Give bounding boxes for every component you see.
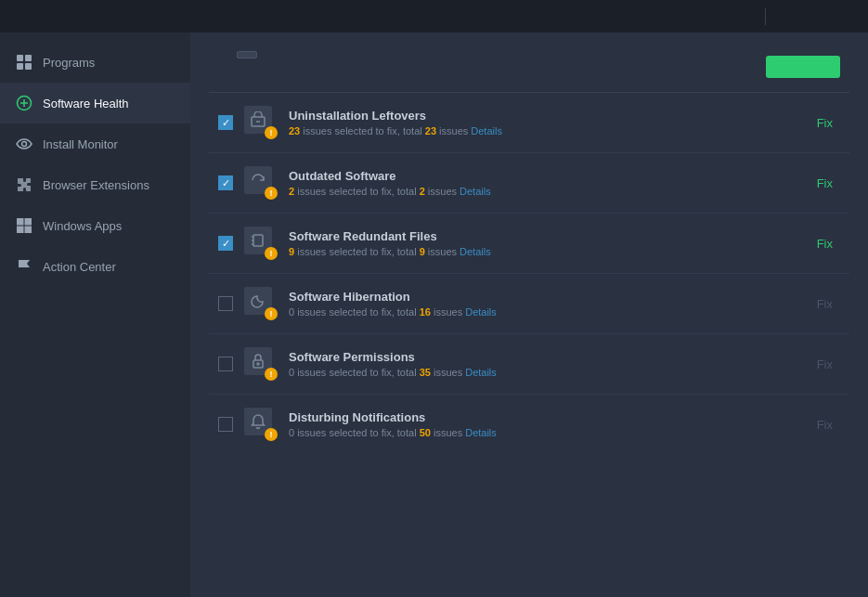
svg-rect-2 [17, 63, 23, 70]
issue-desc: 2 issues selected to fix, total 2 issues… [289, 186, 798, 197]
header-left [218, 51, 257, 64]
header-title [218, 51, 257, 58]
svg-rect-11 [25, 227, 32, 234]
svg-rect-14 [253, 235, 263, 246]
sidebar-item-label: Programs [43, 56, 95, 70]
svg-rect-0 [17, 55, 23, 61]
issue-icon-outdated-software: ! [244, 166, 278, 200]
fix-button-software-permissions: Fix [810, 354, 840, 375]
windows-icon [15, 216, 33, 235]
issues-list: ! Uninstallation Leftovers 23 issues sel… [190, 93, 868, 597]
fix-button-software-redundant-files[interactable]: Fix [810, 233, 840, 254]
issue-name: Software Hibernation [289, 290, 798, 304]
issue-icon-disturbing-notifications: ! [244, 408, 278, 441]
issue-name: Uninstallation Leftovers [289, 109, 798, 123]
titlebar-separator [765, 8, 766, 25]
svg-rect-15 [253, 360, 263, 368]
titlebar-controls [732, 6, 859, 27]
svg-rect-3 [25, 63, 32, 70]
sidebar-item-label: Browser Extensions [43, 178, 149, 192]
svg-rect-8 [17, 218, 24, 226]
issue-item-uninstallation-leftovers: ! Uninstallation Leftovers 23 issues sel… [209, 93, 849, 153]
issue-content-software-hibernation: Software Hibernation 0 issues selected t… [289, 290, 798, 318]
issue-item-outdated-software: ! Outdated Software 2 issues selected to… [209, 153, 849, 214]
issue-checkbox-software-hibernation[interactable] [218, 296, 233, 311]
sidebar-item-install-monitor[interactable]: Install Monitor [0, 123, 190, 164]
issue-item-software-permissions: ! Software Permissions 0 issues selected… [209, 334, 849, 395]
issue-checkbox-software-permissions[interactable] [218, 357, 233, 371]
details-link[interactable]: Details [465, 367, 497, 378]
issue-icon-software-permissions: ! [244, 347, 278, 381]
issue-checkbox-outdated-software[interactable] [218, 175, 233, 190]
issue-desc: 0 issues selected to fix, total 50 issue… [289, 427, 798, 438]
issue-content-software-permissions: Software Permissions 0 issues selected t… [289, 350, 798, 378]
issue-content-software-redundant-files: Software Redundant Files 9 issues select… [289, 229, 798, 257]
plus-circle-icon [15, 94, 33, 112]
issue-item-software-hibernation: ! Software Hibernation 0 issues selected… [209, 274, 849, 334]
details-link[interactable]: Details [460, 186, 491, 197]
issue-checkbox-disturbing-notifications[interactable] [218, 417, 233, 432]
titlebar [0, 0, 868, 32]
issue-icon-uninstallation-leftovers: ! [244, 106, 278, 139]
sidebar: Programs Software Health Install Monitor… [0, 32, 190, 597]
svg-rect-10 [17, 227, 24, 234]
sidebar-item-software-health[interactable]: Software Health [0, 83, 190, 123]
svg-rect-9 [25, 218, 32, 226]
sidebar-item-browser-extensions[interactable]: Browser Extensions [0, 164, 190, 205]
issue-icon-software-hibernation: ! [244, 287, 278, 320]
content-header [190, 32, 868, 92]
details-link[interactable]: Details [471, 125, 502, 136]
details-link[interactable]: Details [465, 306, 497, 318]
sidebar-item-label: Install Monitor [43, 137, 118, 151]
issue-name: Outdated Software [289, 169, 798, 183]
sidebar-item-programs[interactable]: Programs [0, 42, 190, 83]
issue-badge: ! [265, 126, 278, 139]
issue-name: Disturbing Notifications [289, 410, 798, 424]
issue-icon-software-redundant-files: ! [244, 227, 278, 260]
issue-checkbox-uninstallation-leftovers[interactable] [218, 115, 233, 130]
issue-desc: 9 issues selected to fix, total 9 issues… [289, 246, 798, 257]
issue-item-disturbing-notifications: ! Disturbing Notifications 0 issues sele… [209, 395, 849, 454]
svg-rect-1 [25, 55, 32, 61]
issue-desc: 0 issues selected to fix, total 16 issue… [289, 306, 798, 318]
fix-button-disturbing-notifications: Fix [810, 414, 840, 435]
fix-all-button[interactable] [766, 56, 840, 78]
fix-button-software-hibernation: Fix [810, 293, 840, 315]
fix-button-outdated-software[interactable]: Fix [810, 173, 840, 194]
issue-badge: ! [265, 428, 278, 441]
issue-content-disturbing-notifications: Disturbing Notifications 0 issues select… [289, 410, 798, 438]
issue-item-software-redundant-files: ! Software Redundant Files 9 issues sele… [209, 214, 849, 274]
close-button[interactable] [833, 6, 859, 27]
eye-icon [15, 135, 33, 153]
sidebar-item-label: Windows Apps [43, 219, 122, 233]
issue-badge: ! [265, 187, 278, 200]
content-area: ! Uninstallation Leftovers 23 issues sel… [190, 32, 868, 597]
main-layout: Programs Software Health Install Monitor… [0, 32, 868, 597]
issue-desc: 0 issues selected to fix, total 35 issue… [289, 367, 798, 378]
menu-button[interactable] [732, 6, 758, 27]
sidebar-item-label: Action Center [43, 260, 116, 274]
svg-point-7 [22, 142, 27, 147]
issue-badge: ! [265, 247, 278, 260]
sidebar-item-action-center[interactable]: Action Center [0, 246, 190, 287]
details-link[interactable]: Details [460, 246, 491, 257]
issue-desc: 23 issues selected to fix, total 23 issu… [289, 125, 798, 136]
issue-content-uninstallation-leftovers: Uninstallation Leftovers 23 issues selec… [289, 109, 798, 136]
issue-content-outdated-software: Outdated Software 2 issues selected to f… [289, 169, 798, 197]
grid-icon [15, 53, 33, 71]
issue-badge: ! [265, 368, 278, 381]
issue-badge: ! [265, 307, 278, 320]
back-button[interactable] [237, 51, 257, 58]
sidebar-item-label: Software Health [43, 97, 129, 110]
issue-name: Software Permissions [289, 350, 798, 364]
details-link[interactable]: Details [465, 427, 497, 438]
puzzle-icon [15, 175, 33, 194]
svg-point-16 [257, 363, 259, 365]
flag-icon [15, 257, 33, 276]
sidebar-item-windows-apps[interactable]: Windows Apps [0, 205, 190, 246]
maximize-button[interactable] [803, 6, 829, 27]
issue-name: Software Redundant Files [289, 229, 798, 243]
fix-button-uninstallation-leftovers[interactable]: Fix [810, 112, 840, 134]
minimize-button[interactable] [773, 6, 799, 27]
issue-checkbox-software-redundant-files[interactable] [218, 236, 233, 251]
